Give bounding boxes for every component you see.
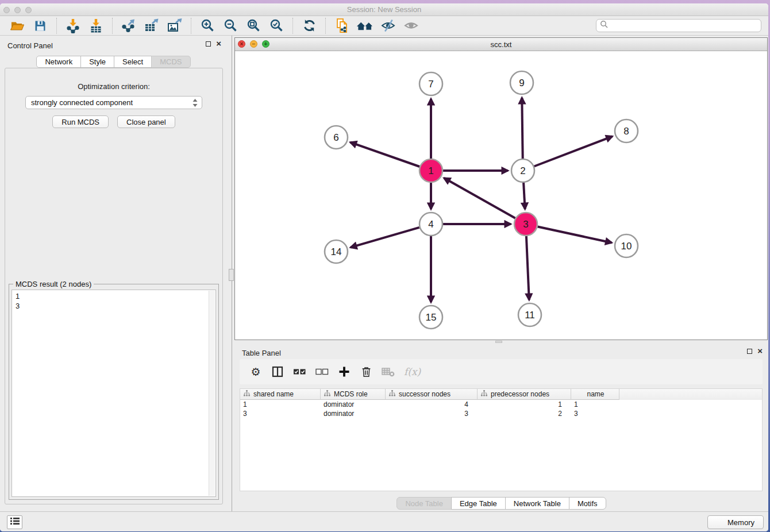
function-builder-icon[interactable]: f(x) xyxy=(404,365,421,379)
network-window-titlebar[interactable]: × − + scc.txt xyxy=(235,38,767,51)
close-panel-button[interactable]: Close panel xyxy=(117,115,175,128)
delete-table-icon[interactable] xyxy=(382,365,395,379)
zoom-fit-icon[interactable] xyxy=(245,17,262,34)
table-cell[interactable]: 4 xyxy=(386,400,478,409)
graph-edge-2-3[interactable] xyxy=(523,183,525,209)
delete-icon[interactable] xyxy=(360,365,372,379)
graph-node-3[interactable]: 3 xyxy=(514,213,537,236)
node-table: shared nameMCDS rolesuccessor nodesprede… xyxy=(240,388,763,491)
column-header-mcds-role[interactable]: MCDS role xyxy=(321,389,386,400)
tab-motifs[interactable]: Motifs xyxy=(569,497,606,510)
memory-button[interactable]: Memory xyxy=(707,515,764,529)
tab-network-table[interactable]: Network Table xyxy=(505,497,569,510)
run-mcds-button[interactable]: Run MCDS xyxy=(52,115,109,128)
graph-node-14[interactable]: 14 xyxy=(325,240,348,263)
column-header-successor-nodes[interactable]: successor nodes xyxy=(386,389,478,400)
table-row[interactable]: 3dominator323 xyxy=(240,409,762,418)
columns-icon[interactable] xyxy=(271,365,284,379)
title-bar: Session: New Session xyxy=(0,3,768,16)
desktop: Session: New Session xyxy=(0,0,770,532)
graph-edge-2-8[interactable] xyxy=(534,136,613,166)
close-panel-icon[interactable]: × xyxy=(216,41,221,47)
export-image-icon[interactable] xyxy=(166,17,183,34)
column-header-predecessor-nodes[interactable]: predecessor nodes xyxy=(478,389,571,400)
graph-node-8[interactable]: 8 xyxy=(615,119,638,142)
home-icon[interactable] xyxy=(356,17,374,34)
svg-text:15: 15 xyxy=(426,312,437,323)
tab-style[interactable]: Style xyxy=(80,56,114,68)
graph-edge-3-1[interactable] xyxy=(444,178,515,218)
zoom-out-icon[interactable] xyxy=(222,17,239,34)
table-row[interactable]: 1dominator411 xyxy=(240,400,762,409)
table-cell[interactable]: 1 xyxy=(571,400,619,409)
refresh-icon[interactable] xyxy=(301,17,318,34)
table-cell[interactable]: 3 xyxy=(240,409,321,418)
task-history-button[interactable] xyxy=(7,515,22,529)
vertical-splitter[interactable] xyxy=(227,36,234,511)
table-cell[interactable]: 1 xyxy=(240,400,321,409)
graph-edge-4-14[interactable] xyxy=(351,228,419,248)
gear-icon[interactable]: ⚙ xyxy=(249,365,262,379)
hide-graphics-icon[interactable] xyxy=(379,17,396,34)
graph-node-4[interactable]: 4 xyxy=(419,213,442,236)
graph-node-15[interactable]: 15 xyxy=(419,306,442,329)
search-input[interactable] xyxy=(609,20,761,31)
zoom-selected-icon[interactable] xyxy=(268,17,285,34)
table-cell[interactable]: 3 xyxy=(571,409,619,418)
control-panel-title: Control Panel xyxy=(7,41,53,50)
float-table-panel-icon[interactable] xyxy=(747,349,752,354)
graph-node-1[interactable]: 1 xyxy=(419,159,442,182)
graph-edge-3-10[interactable] xyxy=(538,227,612,243)
control-panel-tabs: NetworkStyleSelectMCDS xyxy=(0,56,227,68)
tab-select[interactable]: Select xyxy=(114,56,152,68)
memory-label: Memory xyxy=(727,518,754,527)
result-scrollbar[interactable] xyxy=(209,291,215,496)
graph-edge-1-6[interactable] xyxy=(351,142,420,167)
svg-text:2: 2 xyxy=(520,165,525,176)
network-title: scc.txt xyxy=(235,38,767,51)
mcds-result-area[interactable]: 13 xyxy=(11,290,216,497)
graph-node-9[interactable]: 9 xyxy=(510,71,533,94)
graph-edge-2-9[interactable] xyxy=(522,98,522,159)
export-table-icon[interactable] xyxy=(143,17,160,34)
deselect-all-icon[interactable] xyxy=(315,365,329,379)
svg-text:10: 10 xyxy=(621,241,632,252)
save-session-icon[interactable] xyxy=(32,17,49,34)
open-session-icon[interactable] xyxy=(9,17,26,34)
mcds-result-text: 13 xyxy=(12,290,215,312)
tab-mcds[interactable]: MCDS xyxy=(151,56,190,68)
table-cell[interactable]: dominator xyxy=(321,409,386,418)
show-graphics-icon[interactable] xyxy=(402,17,419,34)
graph-node-2[interactable]: 2 xyxy=(511,159,534,182)
svg-text:14: 14 xyxy=(331,246,342,257)
import-table-icon[interactable] xyxy=(87,17,105,34)
table-cell[interactable]: 1 xyxy=(478,400,571,409)
copy-network-icon[interactable] xyxy=(333,17,351,34)
graph-node-10[interactable]: 10 xyxy=(615,234,638,257)
table-cell[interactable]: dominator xyxy=(321,400,386,409)
column-header-shared-name[interactable]: shared name xyxy=(240,389,321,400)
tab-node-table[interactable]: Node Table xyxy=(396,497,452,510)
import-network-icon[interactable] xyxy=(64,17,82,34)
tab-edge-table[interactable]: Edge Table xyxy=(451,497,506,510)
network-canvas[interactable]: 1234678910111415 xyxy=(235,51,767,340)
tab-network[interactable]: Network xyxy=(36,56,81,68)
graph-node-11[interactable]: 11 xyxy=(518,303,541,326)
select-all-icon[interactable] xyxy=(293,365,306,379)
horizontal-splitter-handle[interactable] xyxy=(495,341,502,343)
add-icon[interactable] xyxy=(338,365,351,379)
graph-edge-3-11[interactable] xyxy=(526,236,529,300)
zoom-in-icon[interactable] xyxy=(199,17,216,34)
vertical-splitter-handle[interactable] xyxy=(229,269,234,281)
svg-text:1: 1 xyxy=(428,165,433,176)
close-table-panel-icon[interactable]: × xyxy=(757,348,763,354)
float-panel-icon[interactable] xyxy=(206,41,211,47)
graph-node-6[interactable]: 6 xyxy=(325,126,348,149)
table-cell[interactable]: 2 xyxy=(478,409,571,418)
graph-node-7[interactable]: 7 xyxy=(419,72,442,95)
search-icon xyxy=(600,20,609,31)
column-header-name[interactable]: name xyxy=(571,389,619,400)
criterion-select[interactable]: strongly connected component xyxy=(25,96,202,109)
table-cell[interactable]: 3 xyxy=(386,409,478,418)
export-network-icon[interactable] xyxy=(120,17,137,34)
